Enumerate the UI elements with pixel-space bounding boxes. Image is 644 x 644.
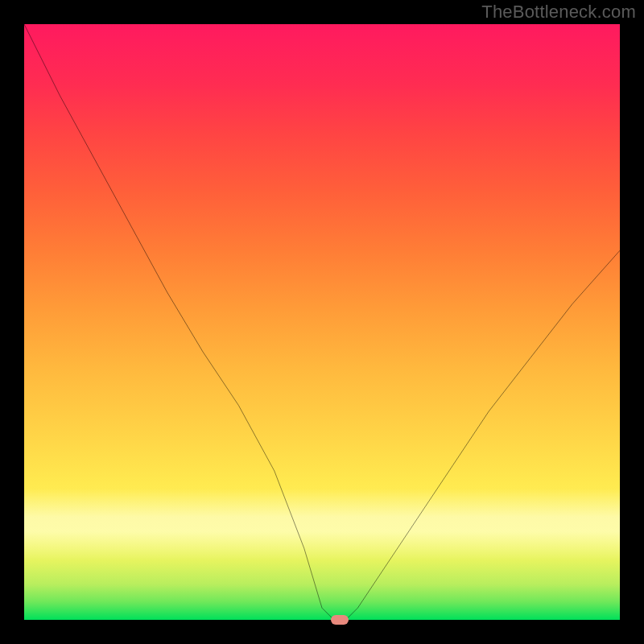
curve-path: [24, 24, 620, 620]
watermark-text: TheBottleneck.com: [481, 2, 636, 23]
optimum-marker: [331, 615, 349, 625]
chart-frame: TheBottleneck.com: [0, 0, 644, 644]
bottleneck-curve: [24, 24, 620, 620]
plot-area: [24, 24, 620, 620]
